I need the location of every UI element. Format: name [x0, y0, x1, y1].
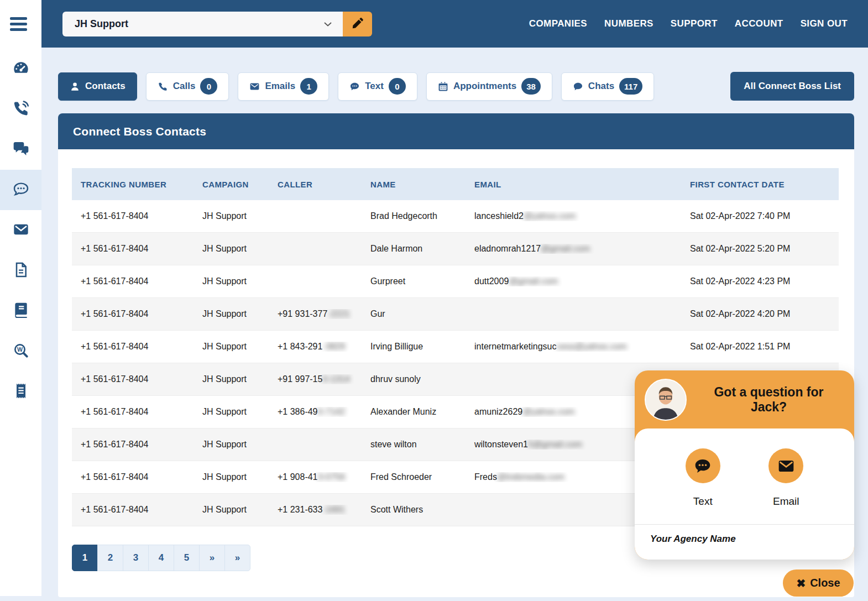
- campaign-cell: JH Support: [194, 505, 269, 515]
- col-tracking-number[interactable]: TRACKING NUMBER: [72, 180, 194, 189]
- page-button[interactable]: 2: [97, 545, 123, 571]
- chat-widget-body: Text Email Your Agency Name: [635, 428, 854, 560]
- hamburger-menu-icon[interactable]: [0, 0, 41, 48]
- email-cell: eladnomrah1217@gmail.com: [466, 244, 681, 254]
- campaign-cell: JH Support: [194, 342, 269, 352]
- tracking-number-cell: +1 561-617-8404: [72, 472, 194, 482]
- tab-appointments[interactable]: Appointments 38: [426, 72, 552, 101]
- tab-label: Appointments: [453, 81, 516, 92]
- sidebar-item-text-messages[interactable]: [0, 170, 41, 210]
- close-widget-button[interactable]: ✖ Close: [783, 569, 854, 597]
- chat-widget-title: Got a question for Jack?: [696, 385, 844, 415]
- company-selector[interactable]: JH Support: [62, 12, 343, 36]
- text-count-badge: 0: [389, 78, 406, 95]
- page-button[interactable]: »: [199, 545, 225, 571]
- campaign-cell: JH Support: [194, 472, 269, 482]
- chat-widget-actions: Text Email: [635, 428, 854, 508]
- nav-link-support[interactable]: SUPPORT: [671, 18, 718, 29]
- campaign-cell: JH Support: [194, 244, 269, 254]
- tab-calls[interactable]: Calls 0: [146, 72, 229, 101]
- col-first-contact-date[interactable]: FIRST CONTACT DATE: [681, 180, 839, 189]
- tabs-row: Contacts Calls 0 Emails 1 Text 0 Appoint…: [58, 72, 854, 101]
- sidebar-item-word-search[interactable]: W: [0, 331, 41, 372]
- sidebar-item-dashboard[interactable]: [0, 49, 41, 89]
- app: W JH Support: [0, 0, 868, 601]
- tracking-number-cell: +1 561-617-8404: [72, 309, 194, 319]
- caller-cell: +1 231-633-1691: [269, 505, 362, 515]
- phone-icon: [158, 81, 168, 92]
- edit-company-button[interactable]: [343, 12, 372, 36]
- tracking-number-cell: +1 561-617-8404: [72, 342, 194, 352]
- page-button[interactable]: 1: [72, 545, 98, 571]
- page-button[interactable]: 4: [148, 545, 174, 571]
- first-contact-date-cell: Sat 02-Apr-2022 4:20 PM: [681, 309, 839, 319]
- nav-link-numbers[interactable]: NUMBERS: [604, 18, 653, 29]
- nav-link-account[interactable]: ACCOUNT: [735, 18, 783, 29]
- comment-dots-icon: [349, 81, 360, 92]
- email-action-button[interactable]: Email: [768, 448, 803, 508]
- close-icon: ✖: [796, 577, 806, 590]
- name-cell: steve wilton: [362, 440, 466, 450]
- table-row[interactable]: +1 561-617-8404 JH Support Brad Hedgecor…: [72, 200, 839, 233]
- name-cell: dhruv sunoly: [362, 374, 466, 384]
- sidebar-item-email[interactable]: [0, 210, 41, 250]
- file-lines-icon: [12, 261, 30, 281]
- table-row[interactable]: +1 561-617-8404 JH Support +1 843-291-38…: [72, 331, 839, 363]
- dashboard-gauge-icon: [12, 59, 30, 79]
- envelope-icon: [12, 221, 30, 241]
- col-campaign[interactable]: CAMPAIGN: [194, 180, 269, 189]
- page-button[interactable]: »: [224, 545, 250, 571]
- user-icon: [70, 81, 80, 92]
- text-bubble-icon: [686, 448, 720, 483]
- tab-label: Emails: [265, 81, 295, 92]
- tracking-number-cell: +1 561-617-8404: [72, 244, 194, 254]
- campaign-cell: JH Support: [194, 309, 269, 319]
- tracking-number-cell: +1 561-617-8404: [72, 211, 194, 221]
- sidebar: W: [0, 0, 41, 596]
- tab-text[interactable]: Text 0: [338, 72, 417, 101]
- email-action-label: Email: [773, 495, 799, 508]
- page-button[interactable]: 5: [174, 545, 200, 571]
- nav-links: COMPANIES NUMBERS SUPPORT ACCOUNT SIGN O…: [529, 18, 848, 29]
- table-row[interactable]: +1 561-617-8404 JH Support Dale Harmon e…: [72, 233, 839, 265]
- chevron-down-icon: [324, 19, 332, 29]
- nav-link-sign-out[interactable]: SIGN OUT: [801, 18, 848, 29]
- avatar: [645, 379, 687, 421]
- tab-chats[interactable]: Chats 117: [561, 72, 654, 101]
- tab-contacts[interactable]: Contacts: [58, 72, 137, 101]
- name-cell: Fred Schroeder: [362, 472, 466, 482]
- svg-text:W: W: [17, 346, 23, 352]
- sidebar-item-conversations[interactable]: [0, 129, 41, 170]
- col-name[interactable]: NAME: [362, 180, 466, 189]
- sidebar-item-documents[interactable]: [0, 250, 41, 291]
- campaign-cell: JH Support: [194, 440, 269, 450]
- table-row[interactable]: +1 561-617-8404 JH Support +91 931-377-2…: [72, 298, 839, 331]
- sidebar-item-receipts[interactable]: [0, 372, 41, 412]
- campaign-cell: JH Support: [194, 211, 269, 221]
- nav-link-companies[interactable]: COMPANIES: [529, 18, 587, 29]
- tracking-number-cell: +1 561-617-8404: [72, 407, 194, 417]
- name-cell: Gurpreet: [362, 276, 466, 286]
- name-cell: Dale Harmon: [362, 244, 466, 254]
- agency-name: Your Agency Name: [635, 525, 854, 545]
- first-contact-date-cell: Sat 02-Apr-2022 5:20 PM: [681, 244, 839, 254]
- page-button[interactable]: 3: [123, 545, 149, 571]
- table-row[interactable]: +1 561-617-8404 JH Support Gurpreet dutt…: [72, 265, 839, 298]
- close-label: Close: [810, 577, 840, 589]
- panel-title: Connect Boss Contacts: [58, 113, 854, 149]
- campaign-cell: JH Support: [194, 407, 269, 417]
- col-caller[interactable]: CALLER: [269, 180, 362, 189]
- chat-widget-header: Got a question for Jack?: [635, 370, 854, 428]
- name-cell: Alexander Muniz: [362, 407, 466, 417]
- tab-emails[interactable]: Emails 1: [238, 72, 329, 101]
- tracking-number-cell: +1 561-617-8404: [72, 440, 194, 450]
- caller-cell: +1 386-490-7142: [269, 407, 362, 417]
- caller-cell: +91 931-377-2221: [269, 309, 362, 319]
- table-header-row: TRACKING NUMBER CAMPAIGN CALLER NAME EMA…: [72, 168, 839, 200]
- sidebar-item-calls[interactable]: [0, 89, 41, 129]
- col-email[interactable]: EMAIL: [466, 180, 681, 189]
- all-connect-boss-list-button[interactable]: All Connect Boss List: [730, 72, 854, 101]
- text-action-button[interactable]: Text: [686, 448, 720, 508]
- pencil-icon: [352, 17, 364, 31]
- sidebar-item-directory[interactable]: [0, 291, 41, 331]
